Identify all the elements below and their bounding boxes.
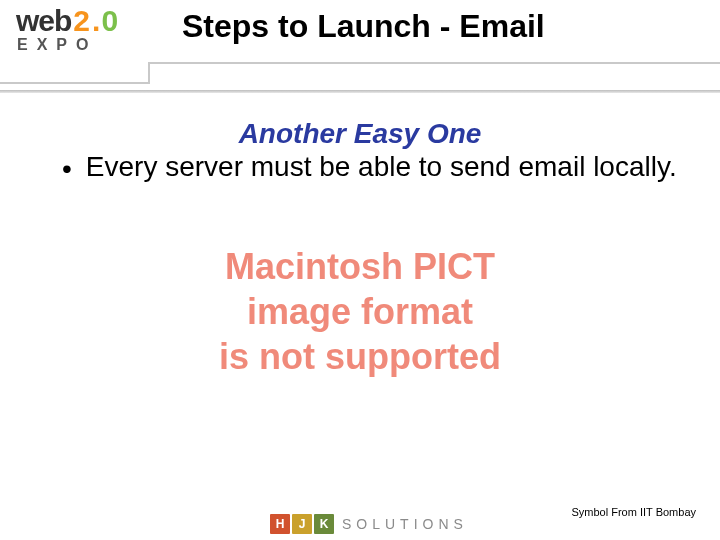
credit-text: Symbol From IIT Bombay <box>572 506 697 518</box>
logo-line1: web 2 . 0 <box>16 4 118 38</box>
page-title: Steps to Launch - Email <box>182 8 545 45</box>
tile-h: H <box>270 514 290 534</box>
bullet-text: Every server must be able to send email … <box>86 150 677 186</box>
tile-k: K <box>314 514 334 534</box>
pict-unsupported-placeholder: Macintosh PICT image format is not suppo… <box>0 244 720 379</box>
logo-expo-text: EXPO <box>17 36 118 54</box>
slide: web 2 . 0 EXPO Steps to Launch - Email A… <box>0 0 720 540</box>
pict-line: Macintosh PICT <box>0 244 720 289</box>
header-divider <box>0 62 720 102</box>
logo-0-text: 0 <box>101 4 118 38</box>
bullet-icon: • <box>62 152 72 186</box>
logo-dot-text: . <box>92 4 100 38</box>
pict-line: image format <box>0 289 720 334</box>
subtitle: Another Easy One <box>0 118 720 150</box>
list-item: • Every server must be able to send emai… <box>62 150 680 186</box>
solutions-text: SOLUTIONS <box>342 516 468 532</box>
pict-line: is not supported <box>0 334 720 379</box>
web20-expo-logo: web 2 . 0 EXPO <box>16 4 118 54</box>
tile-j: J <box>292 514 312 534</box>
hjk-solutions-logo: H J K SOLUTIONS <box>270 514 468 534</box>
logo-web-text: web <box>16 4 71 38</box>
logo-2-text: 2 <box>73 4 90 38</box>
bullet-list: • Every server must be able to send emai… <box>62 150 680 186</box>
